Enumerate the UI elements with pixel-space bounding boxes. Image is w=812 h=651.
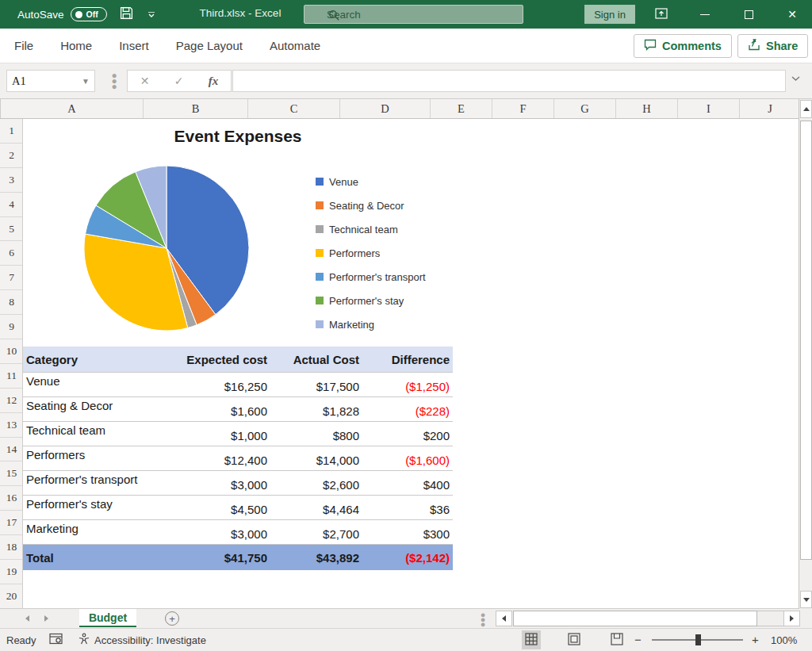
tab-automate[interactable]: Automate xyxy=(270,39,320,52)
minimize-button[interactable] xyxy=(689,0,721,29)
zoom-slider-thumb[interactable] xyxy=(695,634,701,645)
tab-insert[interactable]: Insert xyxy=(119,39,149,52)
actual-cost-cell[interactable]: Actual Cost xyxy=(270,347,362,372)
row-header-11[interactable]: 11 xyxy=(0,364,23,389)
category-cell[interactable]: Technical team xyxy=(23,422,170,446)
name-box[interactable]: A1 ▼ xyxy=(6,70,95,92)
column-header-F[interactable]: F xyxy=(492,99,554,119)
ribbon-display-options-button[interactable] xyxy=(645,0,677,29)
zoom-in-button[interactable]: + xyxy=(752,633,759,646)
enter-check-icon[interactable]: ✓ xyxy=(174,75,184,87)
difference-cell[interactable]: ($1,600) xyxy=(362,446,453,470)
row-header-12[interactable]: 12 xyxy=(0,389,23,413)
column-header-D[interactable]: D xyxy=(340,99,431,119)
horizontal-scrollbar[interactable] xyxy=(496,611,807,626)
row-header-8[interactable]: 8 xyxy=(0,290,23,315)
difference-cell[interactable]: $200 xyxy=(362,422,453,446)
column-header-H[interactable]: H xyxy=(616,99,678,119)
expected-cost-cell[interactable]: $3,000 xyxy=(170,471,270,495)
row-header-5[interactable]: 5 xyxy=(0,217,23,242)
vertical-scroll-thumb[interactable] xyxy=(800,121,812,560)
scroll-up-button[interactable] xyxy=(800,100,812,118)
legend-item-seating-decor[interactable]: Seating & Decor xyxy=(316,193,426,217)
actual-cost-cell[interactable]: $1,828 xyxy=(270,397,362,421)
name-box-dropdown-icon[interactable]: ▼ xyxy=(82,77,90,86)
actual-cost-cell[interactable]: $2,600 xyxy=(270,471,362,495)
column-header-E[interactable]: E xyxy=(431,99,492,119)
difference-cell[interactable]: $300 xyxy=(362,520,453,544)
row-header-13[interactable]: 13 xyxy=(0,413,23,438)
row-header-3[interactable]: 3 xyxy=(0,168,23,193)
cancel-icon[interactable]: ✕ xyxy=(140,75,150,87)
quick-access-menu-button[interactable] xyxy=(141,5,162,24)
page-break-preview-button[interactable] xyxy=(607,630,626,649)
scroll-right-button[interactable] xyxy=(783,611,800,626)
column-header-G[interactable]: G xyxy=(554,99,616,119)
legend-item-performer-s-transport[interactable]: Performer's transport xyxy=(316,265,426,289)
normal-view-button[interactable] xyxy=(522,630,541,649)
row-header-14[interactable]: 14 xyxy=(0,438,23,462)
formula-bar-handle[interactable]: ●●● xyxy=(111,73,117,90)
formula-input[interactable] xyxy=(232,70,786,92)
row-header-19[interactable]: 19 xyxy=(0,560,23,584)
scroll-left-button[interactable] xyxy=(496,611,512,626)
expected-cost-cell[interactable]: $41,750 xyxy=(170,545,270,570)
legend-item-performers[interactable]: Performers xyxy=(316,241,426,265)
difference-cell[interactable]: Difference xyxy=(362,347,453,372)
expected-cost-cell[interactable]: $4,500 xyxy=(170,496,270,519)
horizontal-scroll-track[interactable] xyxy=(757,611,783,626)
expected-cost-cell[interactable]: Expected cost xyxy=(170,347,270,372)
maximize-button[interactable] xyxy=(733,0,764,29)
search-box[interactable]: Search xyxy=(304,5,523,24)
tab-home[interactable]: Home xyxy=(60,39,92,52)
row-header-7[interactable]: 7 xyxy=(0,266,23,290)
scroll-down-button[interactable] xyxy=(800,591,812,608)
row-header-17[interactable]: 17 xyxy=(0,511,23,535)
category-cell[interactable]: Performer's transport xyxy=(23,471,170,495)
row-header-15[interactable]: 15 xyxy=(0,461,23,486)
row-header-4[interactable]: 4 xyxy=(0,193,23,217)
row-header-2[interactable]: 2 xyxy=(0,144,23,168)
difference-cell[interactable]: $400 xyxy=(362,471,453,495)
row-header-1[interactable]: 1 xyxy=(0,119,23,144)
expected-cost-cell[interactable]: $3,000 xyxy=(170,520,270,544)
category-cell[interactable]: Total xyxy=(23,545,170,570)
category-cell[interactable]: Category xyxy=(23,347,170,372)
actual-cost-cell[interactable]: $800 xyxy=(270,422,362,446)
category-cell[interactable]: Seating & Decor xyxy=(23,397,170,421)
category-cell[interactable]: Marketing xyxy=(23,520,170,544)
legend-item-technical-team[interactable]: Technical team xyxy=(316,217,426,241)
previous-sheet-button[interactable] xyxy=(25,615,29,622)
difference-cell[interactable]: $36 xyxy=(362,496,453,519)
row-header-6[interactable]: 6 xyxy=(0,241,23,266)
formula-bar-expand-icon[interactable] xyxy=(791,73,800,84)
tab-bar-handle[interactable]: ●●● xyxy=(480,612,486,626)
legend-item-marketing[interactable]: Marketing xyxy=(316,312,426,336)
actual-cost-cell[interactable]: $14,000 xyxy=(270,446,362,470)
column-header-C[interactable]: C xyxy=(248,99,340,119)
page-layout-view-button[interactable] xyxy=(565,630,584,649)
expected-cost-cell[interactable]: $1,600 xyxy=(170,397,270,421)
select-all-button[interactable] xyxy=(0,99,1,119)
zoom-out-button[interactable]: − xyxy=(634,633,642,646)
autosave-pill[interactable]: Off xyxy=(71,7,107,21)
legend-item-performer-s-stay[interactable]: Performer's stay xyxy=(316,289,426,312)
column-header-A[interactable]: A xyxy=(1,99,144,119)
actual-cost-cell[interactable]: $2,700 xyxy=(270,520,362,544)
expected-cost-cell[interactable]: $16,250 xyxy=(170,373,270,396)
category-cell[interactable]: Performer's stay xyxy=(23,496,170,519)
horizontal-scroll-thumb[interactable] xyxy=(513,611,757,626)
category-cell[interactable]: Performers xyxy=(23,446,170,470)
next-sheet-button[interactable] xyxy=(44,615,48,622)
save-button[interactable] xyxy=(116,5,136,24)
sign-in-button[interactable]: Sign in xyxy=(584,5,635,24)
row-header-10[interactable]: 10 xyxy=(0,339,23,364)
difference-cell[interactable]: ($1,250) xyxy=(362,373,453,396)
macro-record-icon[interactable] xyxy=(49,633,63,648)
column-header-J[interactable]: J xyxy=(740,99,799,119)
share-button[interactable]: Share xyxy=(737,34,808,58)
row-header-20[interactable]: 20 xyxy=(0,584,23,609)
vertical-scrollbar[interactable] xyxy=(799,99,812,609)
legend-item-venue[interactable]: Venue xyxy=(316,170,426,193)
pie-chart[interactable] xyxy=(82,164,251,332)
